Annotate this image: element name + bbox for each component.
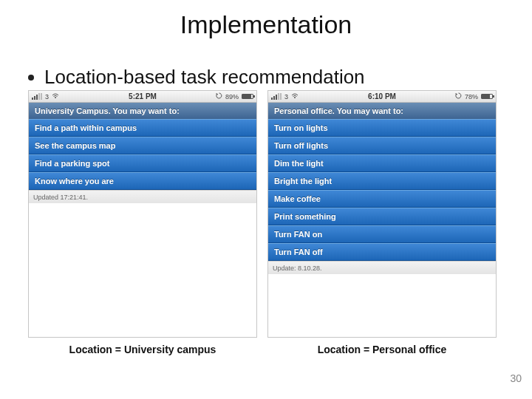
task-row[interactable]: Find a path within campus	[29, 119, 256, 137]
task-row[interactable]: See the campus map	[29, 137, 256, 154]
location-header: University Campus. You may want to:	[29, 103, 256, 119]
caption-left: Location = University campus	[28, 344, 257, 355]
carrier-label: 3	[45, 93, 49, 100]
bullet-text: Location-based task recommendation	[44, 66, 365, 89]
slide-title: Implementation	[0, 0, 532, 39]
wifi-icon	[291, 93, 299, 100]
task-list: Turn on lights Turn off lights Dim the l…	[268, 119, 496, 337]
captions-row: Location = University campus Location = …	[0, 344, 532, 355]
wifi-icon	[52, 93, 59, 100]
task-list: Find a path within campus See the campus…	[29, 119, 256, 337]
task-row[interactable]: Bright the light	[268, 172, 496, 190]
task-row[interactable]: Turn on lights	[268, 119, 496, 137]
task-row[interactable]: Find a parking spot	[29, 154, 256, 172]
page-number: 30	[510, 372, 522, 384]
list-footer: Update: 8.10.28.	[268, 261, 496, 274]
slide: Implementation Location-based task recom…	[0, 0, 532, 399]
battery-icon	[481, 94, 493, 99]
phone-left: 3 5:21 PM 89% University Campus. You may…	[28, 90, 257, 338]
status-time: 6:10 PM	[368, 92, 396, 100]
signal-icon	[271, 93, 282, 100]
refresh-icon	[455, 92, 462, 100]
battery-pct: 89%	[225, 93, 239, 100]
status-bar: 3 6:10 PM 78%	[268, 91, 496, 103]
task-row[interactable]: Dim the light	[268, 154, 496, 172]
signal-icon	[32, 93, 42, 100]
list-footer: Updated 17:21:41.	[29, 190, 256, 203]
task-row[interactable]: Know where you are	[29, 172, 256, 190]
task-row[interactable]: Turn FAN on	[268, 225, 496, 243]
caption-right: Location = Personal office	[267, 344, 497, 355]
task-row[interactable]: Turn FAN off	[268, 243, 496, 261]
carrier-label: 3	[284, 93, 288, 100]
task-row[interactable]: Print something	[268, 208, 496, 225]
location-header: Personal office. You may want to:	[268, 103, 496, 119]
battery-icon	[242, 94, 253, 99]
bullet-dot-icon	[28, 75, 34, 81]
refresh-icon	[216, 92, 222, 100]
bullet-row: Location-based task recommendation	[0, 66, 532, 89]
battery-pct: 78%	[465, 93, 478, 100]
task-row[interactable]: Turn off lights	[268, 137, 496, 154]
phone-screenshots: 3 5:21 PM 89% University Campus. You may…	[0, 89, 532, 338]
status-time: 5:21 PM	[129, 92, 157, 100]
task-row[interactable]: Make coffee	[268, 190, 496, 208]
phone-right: 3 6:10 PM 78% Personal office. You may w…	[267, 90, 497, 338]
status-bar: 3 5:21 PM 89%	[29, 91, 256, 103]
svg-point-1	[294, 97, 296, 98]
svg-point-0	[55, 97, 56, 98]
